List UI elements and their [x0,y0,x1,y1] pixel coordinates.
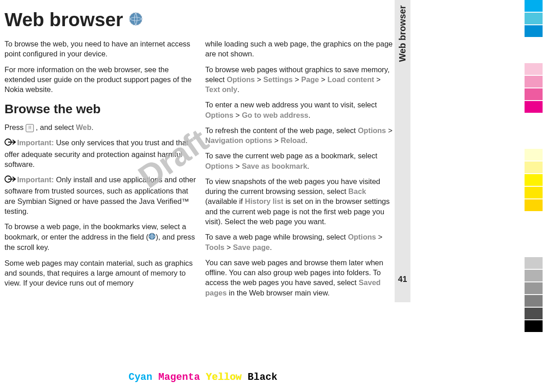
menu-navigation-options: Navigation options [205,136,272,144]
sep: > [376,233,382,241]
svg-point-4 [149,233,155,240]
menu-options: Options [205,111,233,119]
menu-tools: Tools [205,243,225,251]
t: To save the current web page as a bookma… [205,152,378,160]
color-swatch [525,88,543,100]
color-swatch [525,270,543,281]
dot1: . [92,123,94,131]
menu-options: Options [348,233,376,241]
footer-cyan: Cyan [129,372,152,383]
col2-p2: To browse web pages without graphics to … [205,65,397,95]
side-tab: Web browser 41 [395,0,410,302]
color-swatch [525,320,543,332]
menu-settings: Settings [263,75,293,83]
menu-options: Options [227,75,255,83]
menu-reload: Reload [281,136,305,144]
cmyk-footer: Cyan Magenta Yellow Black [0,372,406,383]
sep: > [293,75,301,83]
sep: > [374,75,381,83]
intro-1: To browse the web, you need to have an i… [5,39,196,59]
dot: . [305,136,308,144]
color-calibration-bars [426,0,548,392]
color-swatch [525,161,543,173]
t: To refresh the content of the web page, … [205,126,358,134]
dot: . [309,111,311,119]
menu-save-bookmark: Save as bookmark [242,162,307,170]
side-tab-label: Web browser [397,5,408,62]
warning-arrow-icon [5,175,16,186]
sep: > [233,111,242,119]
menu-text-only: Text only [205,85,237,93]
color-swatch [525,76,543,88]
press-post: , and select [34,123,76,131]
t: To enter a new web address you want to v… [205,101,377,109]
color-swatch [525,308,543,319]
sep: > [386,126,392,134]
dot: . [307,162,309,170]
t: (available if [205,197,245,205]
menu-load-content: Load content [327,75,374,83]
color-swatch [525,187,543,198]
menu-save-page: Save page [233,243,270,251]
menu-key-icon: ⁝⁝ [26,124,34,132]
section-heading: Browse the web [5,101,196,118]
col2-p1: while loading such a web page, the graph… [205,39,397,59]
t: in the Web browser main view. [227,289,330,297]
sep: > [225,243,233,251]
menu-options: Options [205,162,233,170]
color-swatch [525,295,543,307]
color-swatch [525,174,543,186]
title-text: Web browser [5,9,123,31]
column-left: To browse the web, you need to have an i… [5,39,196,303]
footer-black: Black [248,372,277,383]
important-label-1: Important: [17,138,54,147]
important-1: Important: Use only services that you tr… [5,138,196,169]
globe-icon [129,9,143,31]
dot: . [270,243,272,251]
page-number: 41 [398,275,407,284]
color-swatch [525,101,543,113]
color-swatch [525,25,543,37]
globe-icon [148,232,156,242]
menu-goto: Go to web address [242,111,309,119]
important-label-2: Important: [17,175,54,184]
footer-magenta: Magenta [158,372,200,383]
footer-yellow: Yellow [206,372,242,383]
menu-web: Web [76,123,92,131]
col2-p8: You can save web pages and browse them l… [205,258,397,298]
col2-p4: To refresh the content of the web page, … [205,125,397,146]
t: You can save web pages and browse them l… [205,258,383,287]
color-swatch [525,63,543,75]
menu-back: Back [348,187,366,195]
sep: > [255,75,263,83]
press-line: Press ⁝⁝ , and select Web. [5,122,196,132]
sep: > [233,162,242,170]
important-2: Important: Only install and use applicat… [5,175,196,216]
color-swatch [525,149,543,161]
col2-p5: To save the current web page as a bookma… [205,151,397,171]
color-swatch [525,282,543,294]
page-title: Web browser [5,9,397,31]
t: To save a web page while browsing, selec… [205,233,348,241]
column-right: while loading such a web page, the graph… [205,39,397,303]
browse-instruction: To browse a web page, in the bookmarks v… [5,221,196,252]
col2-p7: To save a web page while browsing, selec… [205,232,397,252]
press-pre: Press [5,123,26,131]
color-swatch [525,13,543,24]
intro-2: For more information on the web browser,… [5,65,196,95]
sep: > [319,75,327,83]
color-swatch [525,199,543,211]
menu-page: Page [301,75,319,83]
color-swatch [525,257,543,269]
menu-options: Options [358,126,386,134]
warning-arrow-icon [5,138,16,149]
col2-p6: To view snapshots of the web pages you h… [205,176,397,226]
col2-p3: To enter a new web address you want to v… [205,100,397,120]
memory-para: Some web pages may contain material, suc… [5,258,196,288]
sep: > [272,136,281,144]
menu-history-list: History list [245,197,283,205]
dot: . [237,85,239,93]
color-swatch [525,0,543,12]
